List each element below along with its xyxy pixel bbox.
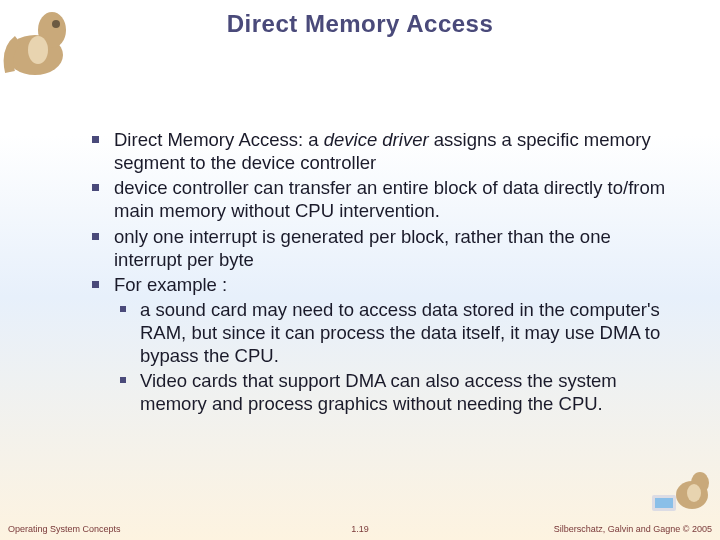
bullet-list: Direct Memory Access: a device driver as… — [92, 128, 680, 416]
footer-copyright: Silberschatz, Galvin and Gagne © 2005 — [554, 524, 712, 534]
slide-content: Direct Memory Access: a device driver as… — [92, 128, 680, 418]
sub-bullet-list: a sound card may need to access data sto… — [120, 298, 680, 416]
bullet-item-4: For example : a sound card may need to a… — [92, 273, 680, 416]
slide-title: Direct Memory Access — [0, 0, 720, 38]
slide-footer: Operating System Concepts 1.19 Silbersch… — [0, 516, 720, 534]
sub-bullet-b: Video cards that support DMA can also ac… — [120, 369, 680, 415]
sub-bullet-a: a sound card may need to access data sto… — [120, 298, 680, 367]
bullet-4-text: For example : — [114, 274, 227, 295]
dinosaur-bottom-right-icon — [650, 465, 712, 515]
svg-rect-5 — [655, 498, 673, 508]
footer-page-number: 1.19 — [351, 524, 369, 534]
svg-point-3 — [28, 36, 48, 64]
bullet-item-2: device controller can transfer an entire… — [92, 176, 680, 222]
footer-left: Operating System Concepts — [8, 524, 121, 534]
svg-point-8 — [687, 484, 701, 502]
svg-point-2 — [52, 20, 60, 28]
bullet-item-3: only one interrupt is generated per bloc… — [92, 225, 680, 271]
dinosaur-top-left-icon — [0, 0, 80, 80]
bullet-1-emphasis: device driver — [324, 129, 429, 150]
bullet-item-1: Direct Memory Access: a device driver as… — [92, 128, 680, 174]
bullet-1-prefix: Direct Memory Access: a — [114, 129, 324, 150]
